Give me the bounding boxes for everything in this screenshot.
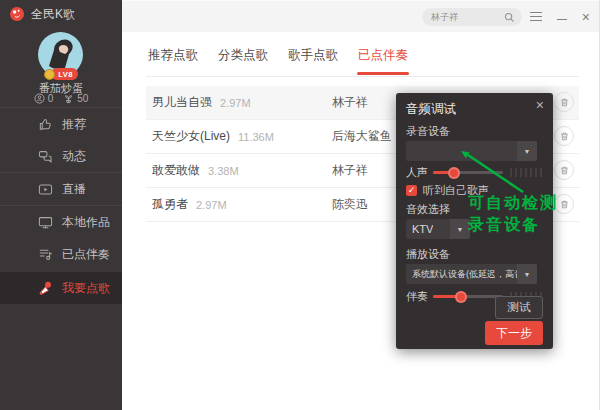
effect-value: KTV — [406, 223, 433, 235]
sidebar-item-order-song[interactable]: 我要点歌 — [0, 272, 122, 304]
delete-song-button[interactable] — [554, 160, 574, 180]
app-window: 全民K歌 LV8 番茄炒蛋 0 50 推荐 — [0, 0, 600, 410]
dialog-title: 音频调试 — [406, 101, 456, 118]
audio-debug-dialog: 音频调试 × 录音设备 ▼ 人声 ✓ 听到自己歌声 音效选择 KTV ▼ 播放设… — [396, 93, 553, 349]
song-name: 孤勇者 — [152, 196, 188, 213]
sidebar-item-local-works[interactable]: 本地作品 — [0, 206, 122, 238]
sidebar-item-label: 直播 — [62, 181, 86, 198]
chevron-down-icon: ▼ — [517, 264, 537, 284]
vocal-level-meter — [510, 168, 544, 177]
vocal-volume-row: 人声 — [406, 166, 544, 179]
search-input[interactable] — [429, 11, 504, 23]
recording-device-select[interactable]: ▼ — [406, 141, 537, 161]
close-window-icon[interactable]: × — [582, 10, 590, 24]
playlist-music-icon — [37, 246, 53, 262]
slider-fill — [433, 295, 461, 298]
trash-icon — [559, 199, 570, 210]
sidebar-item-label: 本地作品 — [62, 214, 110, 231]
vocal-label: 人声 — [406, 165, 433, 180]
monitor-icon — [37, 214, 53, 230]
song-size: 11.36M — [238, 131, 274, 143]
hear-self-option[interactable]: ✓ 听到自己歌声 — [406, 183, 489, 198]
sidebar-item-live[interactable]: 直播 — [0, 173, 122, 205]
chevron-down-icon: ▼ — [450, 219, 470, 239]
sidebar-menu: 推荐 动态 直播 本地作品 — [0, 107, 122, 304]
song-size: 2.97M — [196, 199, 227, 211]
visitors-count: 0 — [48, 93, 54, 104]
microphone-icon — [37, 280, 53, 296]
search-icon[interactable] — [504, 12, 515, 23]
delete-song-button[interactable] — [554, 126, 574, 146]
menu-icon[interactable] — [530, 12, 542, 22]
tab-singer-order[interactable]: 歌手点歌 — [288, 47, 338, 76]
visitors-stat: 0 — [34, 93, 54, 104]
tab-category-order[interactable]: 分类点歌 — [218, 47, 268, 76]
slider-fill — [433, 171, 454, 174]
trash-icon — [559, 97, 570, 108]
app-logo-icon — [9, 6, 25, 22]
accompaniment-volume-slider[interactable] — [433, 295, 503, 298]
hear-self-label: 听到自己歌声 — [423, 183, 489, 198]
trash-icon — [559, 165, 570, 176]
song-artist: 林子祥 — [332, 94, 368, 111]
sidebar-item-recommend[interactable]: 推荐 — [0, 108, 122, 140]
song-artist: 后海大鲨鱼 — [332, 128, 392, 145]
song-size: 2.97M — [220, 97, 251, 109]
playback-device-value: 系统默认设备(低延迟，高音质) — [406, 268, 517, 281]
titlebar: × — [122, 0, 600, 32]
chat-bubbles-icon — [37, 148, 53, 164]
sidebar-item-label: 推荐 — [62, 116, 86, 133]
live-play-icon — [37, 181, 53, 197]
song-name: 天竺少女(Live) — [152, 128, 230, 145]
minimize-icon[interactable] — [557, 19, 567, 21]
next-step-button[interactable]: 下一步 — [485, 321, 543, 345]
level-badge-label: LV8 — [51, 68, 78, 80]
recording-device-label: 录音设备 — [406, 124, 450, 139]
song-name: 敢爱敢做 — [152, 162, 200, 179]
effect-select[interactable]: KTV ▼ — [406, 219, 470, 239]
slider-thumb[interactable] — [455, 291, 467, 303]
delete-song-button[interactable] — [554, 194, 574, 214]
flower-icon — [63, 93, 74, 104]
tab-divider — [146, 76, 579, 77]
thumbs-up-icon — [37, 116, 53, 132]
song-size: 3.38M — [208, 165, 239, 177]
playback-device-label: 播放设备 — [406, 247, 450, 262]
visitor-icon — [34, 93, 45, 104]
logo-row: 全民K歌 — [0, 0, 122, 28]
close-dialog-icon[interactable]: × — [536, 98, 544, 112]
app-title: 全民K歌 — [31, 6, 75, 23]
song-artist: 陈奕迅 — [332, 196, 368, 213]
window-controls: × — [530, 1, 590, 32]
sidebar-item-feed[interactable]: 动态 — [0, 140, 122, 172]
vocal-volume-slider[interactable] — [433, 171, 503, 174]
effect-label: 音效选择 — [406, 202, 450, 217]
flowers-stat: 50 — [63, 93, 88, 104]
search-box[interactable] — [422, 8, 522, 26]
delete-song-button[interactable] — [554, 92, 574, 112]
sidebar-item-label: 已点伴奏 — [62, 246, 110, 263]
tab-recommend-order[interactable]: 推荐点歌 — [148, 47, 198, 76]
checkbox-checked-icon[interactable]: ✓ — [406, 185, 417, 196]
sidebar: 全民K歌 LV8 番茄炒蛋 0 50 推荐 — [0, 0, 122, 410]
song-artist: 林子祥 — [332, 162, 368, 179]
tab-bar: 推荐点歌 分类点歌 歌手点歌 已点伴奏 — [122, 32, 599, 76]
trash-icon — [559, 131, 570, 142]
sidebar-item-label: 动态 — [62, 148, 86, 165]
playback-device-select[interactable]: 系统默认设备(低延迟，高音质) ▼ — [406, 264, 537, 284]
slider-thumb[interactable] — [448, 167, 460, 179]
sidebar-item-selected-accompaniment[interactable]: 已点伴奏 — [0, 238, 122, 270]
sidebar-item-label: 我要点歌 — [62, 280, 110, 297]
chevron-down-icon: ▼ — [517, 141, 537, 161]
tab-selected-accompaniment[interactable]: 已点伴奏 — [358, 47, 408, 76]
flowers-count: 50 — [77, 93, 88, 104]
user-stats: 0 50 — [0, 93, 122, 104]
accompaniment-label: 伴奏 — [406, 289, 433, 304]
coin-icon — [44, 69, 55, 80]
test-button[interactable]: 测试 — [495, 296, 543, 319]
song-name: 男儿当自强 — [152, 94, 212, 111]
level-badge: LV8 — [0, 68, 122, 80]
